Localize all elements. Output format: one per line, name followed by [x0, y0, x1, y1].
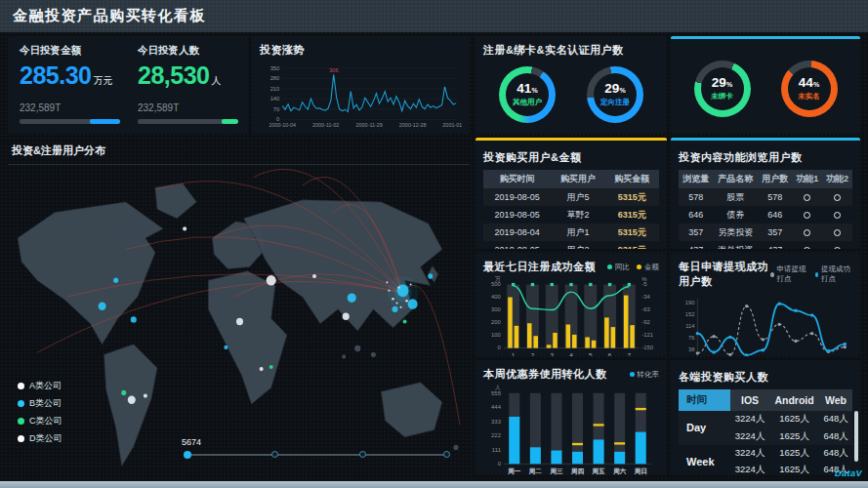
stat-label: 今日投资人数 [138, 44, 238, 58]
svg-text:2000-12-28: 2000-12-28 [399, 123, 427, 129]
panel-title: 注册&绑卡&实名认证用户数 [483, 43, 659, 58]
table-row: Day3224人1625人648人 [679, 411, 852, 427]
table-row: 578股票578 [679, 188, 852, 206]
world-map-svg [8, 167, 470, 476]
column-header: 购买金额 [605, 170, 659, 188]
legend-dot-icon [18, 418, 24, 425]
table-row: 2019-08-05用户29315元 [483, 241, 659, 249]
svg-text:-92: -92 [641, 320, 650, 326]
legend-item[interactable]: 提现成功打点 [815, 264, 852, 284]
legend-item[interactable]: 金额 [637, 263, 659, 272]
svg-text:500: 500 [491, 282, 502, 288]
slider-knob[interactable] [271, 451, 278, 458]
platform-table: 时间IOSAndroidWebDay3224人1625人648人3224人162… [679, 389, 852, 475]
svg-text:0: 0 [498, 461, 502, 467]
table-row: 2019-08-05用户55315元 [483, 188, 659, 206]
stat-unit: 万元 [93, 74, 112, 88]
table-cell: 另类投资 [713, 224, 758, 241]
feature-toggle-icon[interactable] [834, 247, 841, 249]
feature-toggle-icon[interactable] [804, 194, 810, 201]
svg-text:111: 111 [492, 447, 502, 453]
column-header: Android [769, 389, 819, 411]
chart-legend: 同比 金额 [607, 263, 659, 272]
feature-toggle-icon[interactable] [804, 212, 810, 219]
svg-text:2: 2 [531, 351, 535, 356]
legend-item[interactable]: C类公司 [18, 415, 62, 427]
svg-text:100: 100 [491, 333, 502, 339]
feature-toggle-icon[interactable] [834, 194, 841, 201]
legend-item[interactable]: 申请提现打点 [770, 264, 807, 284]
table-cell: 5315元 [605, 224, 659, 241]
slider-knob[interactable] [184, 451, 191, 459]
table-cell [822, 241, 852, 249]
feature-toggle-icon[interactable] [834, 212, 841, 219]
table-cell: 1625人 [769, 445, 819, 462]
svg-text:6: 6 [608, 351, 612, 356]
coupon-bar-chart: 0111222333444555人周一周二周三周四周五周六周日 [483, 382, 659, 475]
table-cell [792, 241, 822, 249]
legend-item[interactable]: 同比 [607, 263, 630, 272]
slider-track[interactable] [186, 454, 449, 456]
legend-item[interactable]: A类公司 [18, 380, 62, 392]
table-cell [822, 206, 852, 224]
legend-label: 金额 [644, 263, 659, 272]
svg-text:0: 0 [497, 346, 501, 351]
column-header: Web [819, 389, 852, 411]
table-cell: 3224人 [730, 427, 769, 444]
column-header: 用户数 [758, 170, 792, 188]
register-bar-chart: 0100200300400500-150-121-92-63-34-5万%123… [483, 274, 659, 356]
panel-title: 各端投资购买人数 [679, 371, 768, 383]
auth-donuts-panel: 注册&绑卡&实名认证用户数 41%其他用户29%定向注册 [475, 36, 667, 134]
feature-toggle-icon[interactable] [804, 229, 810, 236]
table-cell: 648人 [819, 411, 852, 427]
legend-item[interactable]: D类公司 [18, 432, 62, 445]
legend-dot-icon [18, 383, 24, 389]
legend-dot-icon [637, 264, 641, 269]
left-column: 今日投资金额 285.30 万元 232,589T 今日投资人数 28,530 … [8, 36, 470, 476]
donut-label: 其他用户 [513, 98, 542, 107]
svg-text:2000-11-02: 2000-11-02 [312, 123, 339, 129]
divider [8, 164, 470, 165]
column-header: 浏览量 [679, 170, 713, 188]
donut-group: 29%未绑卡44%未实名 [679, 46, 852, 127]
svg-text:300: 300 [491, 307, 502, 313]
svg-text:222: 222 [491, 432, 501, 438]
row-group-label: Week [679, 445, 730, 475]
feature-toggle-icon[interactable] [804, 247, 810, 249]
legend-dot-icon [815, 272, 819, 277]
svg-text:140: 140 [270, 96, 280, 102]
svg-text:152: 152 [685, 311, 695, 317]
table-cell: 1625人 [769, 427, 819, 444]
browse-table: 浏览量产品名称用户数功能1功能2578股票578646债券646357另类投资3… [679, 170, 852, 249]
panel-title: 投资内容功能浏览用户数 [679, 151, 803, 163]
table-cell [792, 206, 822, 224]
svg-text:400: 400 [491, 295, 502, 301]
feature-toggle-icon[interactable] [834, 229, 841, 236]
timeline-slider[interactable]: 5674 [182, 441, 453, 463]
map-legend: A类公司 B类公司 C类公司 D类公司 [18, 380, 62, 445]
scrollbar[interactable] [854, 411, 858, 462]
column-header: 购买用户 [551, 170, 604, 188]
slider-knob[interactable] [443, 451, 450, 458]
table-cell [792, 224, 822, 241]
legend-item[interactable]: 转化率 [630, 370, 660, 380]
progress-bar [138, 119, 238, 124]
chart-legend: 转化率 [630, 370, 660, 380]
withdraw-line-chart: 387611415219001/0103/0105/0107/0109/01 [679, 289, 852, 356]
table-cell: 646 [679, 206, 713, 224]
table-cell: 草野2 [551, 206, 604, 224]
donut-label: 未绑卡 [711, 92, 733, 102]
slider-knob[interactable] [359, 451, 366, 458]
svg-text:333: 333 [491, 419, 502, 425]
legend-item[interactable]: B类公司 [18, 397, 62, 410]
panel-title: 本周优惠券使用转化人数 [483, 367, 607, 382]
svg-text:-150: -150 [641, 346, 654, 351]
dashboard: 金融投资产品购买转化看板 今日投资金额 285.30 万元 232,589T 今… [0, 0, 868, 488]
svg-text:70: 70 [273, 106, 279, 112]
register-chart-panel: 最近七日注册成功金额 同比 金额 0100200300400500-150-12… [475, 253, 667, 356]
panel-title: 最近七日注册成功金额 [483, 260, 596, 274]
table-cell [822, 188, 852, 206]
svg-text:周二: 周二 [528, 468, 543, 475]
legend-label: 同比 [615, 263, 630, 272]
donut-gauge: 41%其他用户 [499, 66, 556, 123]
